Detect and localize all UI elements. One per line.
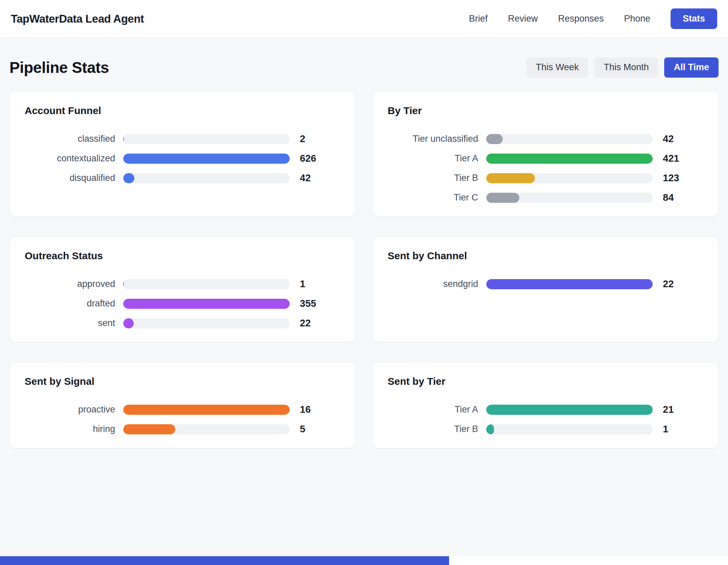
bar-track xyxy=(486,279,653,289)
nav-item-responses[interactable]: Responses xyxy=(558,14,604,24)
bar-value: 22 xyxy=(653,278,703,290)
bar-value: 123 xyxy=(653,172,703,184)
nav-item-review[interactable]: Review xyxy=(508,14,538,24)
bar-value: 1 xyxy=(290,278,340,290)
bar-value: 84 xyxy=(653,192,703,203)
bar-fill xyxy=(486,405,653,415)
bar-track xyxy=(486,173,653,183)
bar-row-contextualized: contextualized 626 xyxy=(25,154,340,164)
bar-label: Tier unclassified xyxy=(388,134,486,144)
bar-fill xyxy=(486,154,653,164)
bar-fill xyxy=(123,299,290,309)
bar-value: 355 xyxy=(290,298,340,309)
bar-fill xyxy=(123,134,124,144)
app-header: TapWaterData Lead Agent Brief Review Res… xyxy=(0,0,728,38)
bar-track xyxy=(486,134,653,144)
bar-track xyxy=(486,424,653,434)
nav-item-brief[interactable]: Brief xyxy=(469,14,488,24)
bar-row-tier-unclassified: Tier unclassified 42 xyxy=(388,134,703,144)
card-title: Outreach Status xyxy=(25,250,340,262)
bar-fill xyxy=(123,173,134,183)
bar-row-sendgrid: sendgrid 22 xyxy=(388,279,703,289)
bar-fill xyxy=(123,154,290,164)
card-title: Account Funnel xyxy=(25,105,340,116)
bottom-blue-strip xyxy=(0,556,449,565)
bar-track xyxy=(486,193,653,203)
bar-row-sent-tier-b: Tier B 1 xyxy=(388,424,703,434)
stats-card-grid: Account Funnel classified 2 contextualiz… xyxy=(9,91,719,448)
bar-value: 21 xyxy=(653,404,703,415)
bar-label: sent xyxy=(25,318,123,328)
bar-row-disqualified: disqualified 42 xyxy=(25,173,340,183)
bar-track xyxy=(486,154,653,164)
card-title: By Tier xyxy=(388,105,703,116)
bar-row-proactive: proactive 16 xyxy=(25,405,340,415)
main-nav: Brief Review Responses Phone Stats xyxy=(469,8,717,29)
bar-fill xyxy=(123,424,175,434)
bar-label: sendgrid xyxy=(388,279,486,289)
card-sent-by-channel: Sent by Channel sendgrid 22 xyxy=(372,236,719,342)
bar-track xyxy=(123,424,290,434)
bar-label: hiring xyxy=(25,424,123,434)
bar-value: 22 xyxy=(290,318,340,329)
card-title: Sent by Signal xyxy=(25,376,340,387)
bar-label: Tier C xyxy=(388,192,486,203)
app-title: TapWaterData Lead Agent xyxy=(11,12,144,25)
bottom-band xyxy=(0,556,728,565)
bar-value: 42 xyxy=(653,133,703,144)
bar-label: disqualified xyxy=(25,173,123,183)
nav-item-phone[interactable]: Phone xyxy=(624,14,650,24)
bar-row-drafted: drafted 355 xyxy=(25,299,340,309)
nav-item-stats-active[interactable]: Stats xyxy=(671,8,717,29)
bar-track xyxy=(123,134,290,144)
bar-track xyxy=(123,299,290,309)
bar-label: Tier B xyxy=(388,173,486,183)
bar-fill xyxy=(486,279,653,289)
bar-value: 626 xyxy=(290,153,340,164)
bar-row-sent: sent 22 xyxy=(25,318,340,328)
card-outreach-status: Outreach Status approved 1 drafted 355 s… xyxy=(9,236,356,342)
bar-track xyxy=(123,154,290,164)
bar-row-approved: approved 1 xyxy=(25,279,340,289)
time-filter-group: This Week This Month All Time xyxy=(526,57,719,78)
filter-all-time-button[interactable]: All Time xyxy=(664,57,719,78)
filter-this-month-button[interactable]: This Month xyxy=(594,57,658,78)
bar-label: Tier A xyxy=(388,404,486,415)
bar-row-classified: classified 2 xyxy=(25,134,340,144)
bar-value: 1 xyxy=(653,424,703,435)
bar-label: classified xyxy=(25,134,123,144)
bar-label: Tier B xyxy=(388,424,486,434)
bar-track xyxy=(123,173,290,183)
bar-value: 5 xyxy=(290,424,340,435)
bar-fill xyxy=(486,424,494,434)
bar-label: Tier A xyxy=(388,153,486,164)
page-head: Pipeline Stats This Week This Month All … xyxy=(9,57,719,78)
bar-row-tier-c: Tier C 84 xyxy=(388,193,703,203)
bar-track xyxy=(123,279,290,289)
card-sent-by-signal: Sent by Signal proactive 16 hiring 5 xyxy=(9,362,356,448)
bar-value: 42 xyxy=(290,172,340,184)
main-content: Pipeline Stats This Week This Month All … xyxy=(0,57,728,448)
bar-fill xyxy=(123,318,134,328)
bar-row-sent-tier-a: Tier A 21 xyxy=(388,405,703,415)
bar-fill xyxy=(486,134,503,144)
bar-label: drafted xyxy=(25,298,123,309)
bar-value: 16 xyxy=(290,404,340,415)
bar-label: approved xyxy=(25,279,123,289)
card-sent-by-tier: Sent by Tier Tier A 21 Tier B 1 xyxy=(372,362,719,448)
bar-label: proactive xyxy=(25,404,123,415)
bar-row-hiring: hiring 5 xyxy=(25,424,340,434)
bar-fill xyxy=(123,279,124,289)
bar-track xyxy=(486,405,653,415)
card-title: Sent by Channel xyxy=(388,250,703,262)
bar-fill xyxy=(486,193,519,203)
bar-label: contextualized xyxy=(25,153,123,164)
bar-value: 2 xyxy=(290,133,340,144)
bar-track xyxy=(123,405,290,415)
page-title: Pipeline Stats xyxy=(9,58,109,77)
card-by-tier: By Tier Tier unclassified 42 Tier A 421 … xyxy=(372,91,719,217)
bar-row-tier-a: Tier A 421 xyxy=(388,154,703,164)
bar-fill xyxy=(123,405,290,415)
filter-this-week-button[interactable]: This Week xyxy=(526,57,588,78)
bar-fill xyxy=(486,173,535,183)
